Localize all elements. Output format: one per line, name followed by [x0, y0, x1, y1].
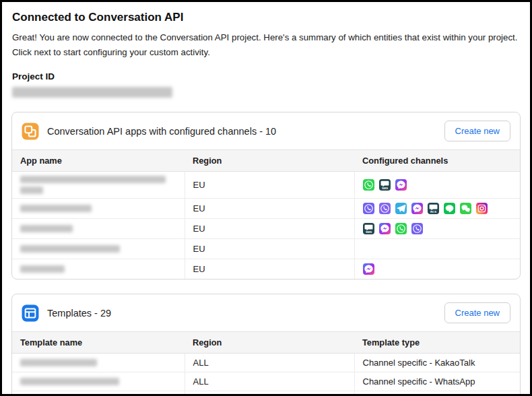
redacted-text	[20, 359, 97, 366]
templates-icon	[22, 304, 39, 322]
region-cell: EU	[185, 259, 354, 279]
whatsapp-icon	[363, 179, 374, 191]
templates-table-body: ALLChannel specific - KakaoTalkALLChanne…	[12, 354, 520, 396]
svg-text:SMS: SMS	[365, 230, 371, 234]
templates-column-template-name: Template name	[12, 332, 185, 354]
template-type-cell: Channel specific - KakaoTalk	[354, 354, 520, 372]
redacted-name-cell	[12, 172, 185, 199]
instagram-icon	[476, 203, 488, 214]
region-cell: EU	[185, 219, 354, 239]
configured-channels-cell: SMS	[354, 172, 520, 199]
sms-icon: SMS	[379, 179, 391, 191]
telegram-icon	[395, 203, 407, 214]
svg-text:RCS: RCS	[430, 210, 436, 213]
template-type-cell: Channel specific - WhatsApp	[354, 372, 520, 391]
apps-table-header-row: App name Region Configured channels	[12, 150, 520, 172]
region-cell: ALL	[185, 391, 354, 396]
apps-card-title: Conversation API apps with configured ch…	[47, 126, 276, 137]
templates-card: Templates - 29 Create new Template name …	[11, 294, 521, 396]
viber-icon	[411, 223, 423, 234]
svg-text:SMS: SMS	[381, 187, 387, 190]
configured-channels-cell: SMS	[354, 219, 520, 239]
templates-table-header-row: Template name Region Template type	[12, 332, 520, 354]
region-cell: ALL	[185, 372, 354, 391]
region-cell: EU	[185, 172, 354, 199]
redacted-text	[20, 176, 166, 183]
table-row: EUSMS	[12, 219, 520, 239]
redacted-text	[20, 265, 65, 273]
table-row: EUSMS	[12, 172, 520, 199]
page-title: Connected to Conversation API	[12, 11, 520, 24]
configured-channels-cell: RCS	[354, 199, 520, 219]
table-row: ALLChannel specific - KakaoTalk	[12, 354, 520, 372]
viber-business-icon	[379, 203, 391, 214]
wechat-icon	[460, 203, 471, 214]
wizard-page: { "page": { "title": "Connected to Conve…	[0, 0, 532, 396]
apps-icon	[22, 123, 39, 140]
table-row: ALLChannel specific - WhatsApp	[12, 391, 520, 396]
table-row: EU	[12, 259, 520, 279]
redacted-text	[20, 187, 43, 194]
templates-create-new-button[interactable]: Create new	[444, 302, 510, 323]
redacted-text	[20, 205, 92, 212]
viber-icon	[363, 203, 374, 214]
table-row: EU	[12, 239, 520, 259]
apps-table: App name Region Configured channels EUSM…	[12, 150, 520, 279]
whatsapp-icon	[395, 223, 407, 234]
region-cell: EU	[185, 239, 354, 259]
apps-column-region: Region	[185, 150, 354, 172]
configured-channels-cell	[354, 239, 520, 259]
table-row: EURCS	[12, 199, 520, 219]
templates-card-title: Templates - 29	[47, 308, 111, 319]
templates-column-template-type: Template type	[354, 332, 520, 354]
redacted-text	[20, 245, 120, 253]
apps-card: Conversation API apps with configured ch…	[11, 112, 521, 279]
redacted-name-cell	[12, 219, 185, 239]
rcs-icon: RCS	[428, 203, 439, 214]
apps-create-new-button[interactable]: Create new	[444, 121, 510, 141]
messenger-icon	[363, 263, 374, 275]
templates-table: Template name Region Template type ALLCh…	[12, 331, 520, 396]
table-row: ALLChannel specific - WhatsApp	[12, 372, 520, 391]
page-description: Great! You are now connected to the Conv…	[12, 30, 520, 60]
project-id-label: Project ID	[12, 71, 520, 81]
redacted-name-cell	[12, 372, 185, 391]
messenger-icon	[411, 203, 423, 214]
redacted-text	[20, 378, 119, 385]
region-cell: EU	[185, 199, 354, 219]
configured-channels-cell	[354, 259, 520, 279]
redacted-name-cell	[12, 391, 185, 396]
apps-card-header: Conversation API apps with configured ch…	[12, 112, 520, 150]
redacted-text	[20, 225, 73, 232]
redacted-name-cell	[12, 199, 185, 219]
apps-table-body: EUSMSEURCSEUSMSEUEU	[12, 172, 520, 279]
line-icon	[444, 203, 455, 214]
messenger-icon	[379, 223, 391, 234]
templates-card-header: Templates - 29 Create new	[12, 294, 520, 331]
template-type-cell: Channel specific - WhatsApp	[354, 391, 520, 396]
redacted-name-cell	[12, 354, 185, 372]
apps-column-configured-channels: Configured channels	[354, 150, 520, 172]
redacted-name-cell	[12, 259, 185, 279]
templates-column-region: Region	[185, 332, 354, 354]
sms-icon: SMS	[363, 223, 374, 234]
apps-column-app-name: App name	[12, 150, 185, 172]
region-cell: ALL	[185, 354, 354, 372]
messenger-icon	[395, 179, 407, 191]
redacted-name-cell	[12, 239, 185, 259]
project-id-redacted-value	[12, 87, 172, 98]
